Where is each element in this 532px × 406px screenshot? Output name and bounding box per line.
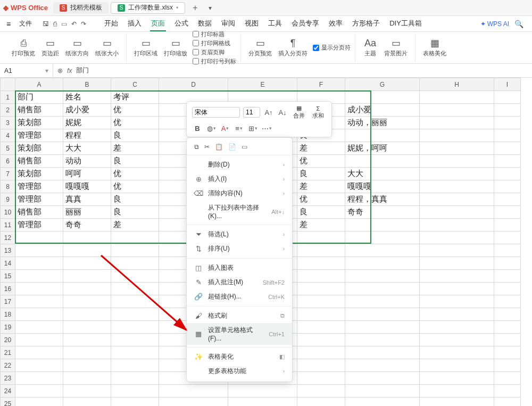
row-header-23[interactable]: 23 xyxy=(1,372,15,385)
ribbon-check-打印标题[interactable]: 打印标题 xyxy=(193,30,236,38)
cell-B18[interactable] xyxy=(63,308,111,321)
cell-G3[interactable]: 动动，丽丽 xyxy=(345,117,420,129)
cell-C2[interactable]: 优 xyxy=(111,104,159,117)
cell-G12[interactable] xyxy=(345,231,420,244)
cell-F13[interactable] xyxy=(297,244,345,257)
tab-member[interactable]: 会员专享 xyxy=(290,16,320,31)
cell-I21[interactable] xyxy=(494,346,521,359)
checkbox[interactable] xyxy=(193,49,199,55)
preview-icon[interactable]: ▭ xyxy=(61,20,67,28)
cell-C12[interactable] xyxy=(111,231,159,244)
tab-view[interactable]: 视图 xyxy=(244,16,260,31)
cell-A22[interactable] xyxy=(15,359,63,372)
cell-F21[interactable] xyxy=(297,346,345,359)
cell-G16[interactable] xyxy=(345,283,420,295)
cell-G5[interactable]: 妮妮，呵呵 xyxy=(345,142,420,155)
cell-B3[interactable]: 妮妮 xyxy=(63,117,111,129)
row-header-11[interactable]: 11 xyxy=(1,219,15,231)
cell-G21[interactable] xyxy=(345,346,420,359)
cell-B14[interactable] xyxy=(63,257,111,270)
cell-B12[interactable] xyxy=(63,231,111,244)
cell-F5[interactable]: 差 xyxy=(297,142,345,155)
undo-icon[interactable]: ↶ xyxy=(71,20,77,28)
cell-F19[interactable] xyxy=(297,321,345,334)
cell-A5[interactable]: 策划部 xyxy=(15,142,63,155)
cell-F7[interactable]: 良 xyxy=(297,168,345,180)
cell-H8[interactable] xyxy=(420,180,494,193)
ribbon-check-打印网格线[interactable]: 打印网格线 xyxy=(193,39,236,47)
checkbox[interactable] xyxy=(193,58,199,64)
font-size-input[interactable] xyxy=(243,107,260,118)
cell-B21[interactable] xyxy=(63,346,111,359)
cell-A20[interactable] xyxy=(15,334,63,346)
cell-G24[interactable] xyxy=(345,385,420,397)
cell-C1[interactable]: 考评 xyxy=(111,91,159,104)
cell-F8[interactable]: 差 xyxy=(297,180,345,193)
row-header-10[interactable]: 10 xyxy=(1,206,15,219)
cut-icon[interactable]: ✂ xyxy=(204,143,210,151)
row-header-7[interactable]: 7 xyxy=(1,168,15,180)
cell-C6[interactable]: 良 xyxy=(111,155,159,168)
col-header-G[interactable]: G xyxy=(345,78,420,91)
doc-tab-workbook[interactable]: S 工作簿数量.xlsx • xyxy=(111,2,185,14)
row-header-16[interactable]: 16 xyxy=(1,283,15,295)
cell-C13[interactable] xyxy=(111,244,159,257)
rb-g1-3[interactable]: ▭纸张大小 xyxy=(92,37,122,59)
cell-I25[interactable] xyxy=(494,397,521,407)
cell-H7[interactable] xyxy=(420,168,494,180)
cell-E24[interactable] xyxy=(228,385,297,397)
row-header-22[interactable]: 22 xyxy=(1,359,15,372)
cell-G15[interactable] xyxy=(345,270,420,283)
ribbon-check-页眉页脚[interactable]: 页眉页脚 xyxy=(193,48,236,56)
row-header-20[interactable]: 20 xyxy=(1,334,15,346)
cell-A25[interactable] xyxy=(15,397,63,407)
row-header-2[interactable]: 2 xyxy=(1,104,15,117)
cell-H11[interactable] xyxy=(420,219,494,231)
ctx-painter[interactable]: 🖌格式刷⧉ xyxy=(187,309,292,323)
cell-G4[interactable] xyxy=(345,129,420,142)
print-icon[interactable]: ⎙ xyxy=(53,20,57,28)
cell-F10[interactable]: 良 xyxy=(297,206,345,219)
row-header-1[interactable]: 1 xyxy=(1,91,15,104)
cell-F20[interactable] xyxy=(297,334,345,346)
cell-H9[interactable] xyxy=(420,193,494,206)
cell-I11[interactable] xyxy=(494,219,521,231)
cell-D25[interactable] xyxy=(159,397,228,407)
cell-C14[interactable] xyxy=(111,257,159,270)
copy-icon[interactable]: ⧉ xyxy=(194,143,199,151)
cell-I23[interactable] xyxy=(494,372,521,385)
rb-g5-0[interactable]: ▦表格美化 xyxy=(420,37,450,59)
row-header-8[interactable]: 8 xyxy=(1,180,15,193)
cell-G18[interactable] xyxy=(345,308,420,321)
cell-G1[interactable] xyxy=(345,91,420,104)
cell-F16[interactable] xyxy=(297,283,345,295)
row-header-15[interactable]: 15 xyxy=(1,270,15,283)
cell-F25[interactable] xyxy=(297,397,345,407)
doc-tab-template[interactable]: S 找稻壳模板 xyxy=(53,2,109,14)
fill-color-button[interactable]: ◍ xyxy=(206,123,217,134)
checkbox[interactable] xyxy=(193,31,199,37)
cell-F15[interactable] xyxy=(297,270,345,283)
cell-F24[interactable] xyxy=(297,385,345,397)
cell-F9[interactable]: 优 xyxy=(297,193,345,206)
cell-G17[interactable] xyxy=(345,295,420,308)
ctx-delete[interactable]: 删除(D)› xyxy=(187,158,292,172)
tab-data[interactable]: 数据 xyxy=(197,16,213,31)
cell-A14[interactable] xyxy=(15,257,63,270)
cell-I22[interactable] xyxy=(494,359,521,372)
cell-B23[interactable] xyxy=(63,372,111,385)
cell-A2[interactable]: 销售部 xyxy=(15,104,63,117)
new-tab-button[interactable]: + xyxy=(187,3,203,13)
cell-I10[interactable] xyxy=(494,206,521,219)
cell-A8[interactable]: 管理部 xyxy=(15,180,63,193)
cell-G6[interactable] xyxy=(345,155,420,168)
cell-G25[interactable] xyxy=(345,397,420,407)
cell-G10[interactable]: 奇奇 xyxy=(345,206,420,219)
increase-font-icon[interactable]: A↑ xyxy=(263,107,274,118)
cell-A15[interactable] xyxy=(15,270,63,283)
rb-g2-0[interactable]: ▭打印区域 xyxy=(131,37,161,59)
cell-C9[interactable]: 良 xyxy=(111,193,159,206)
cell-B20[interactable] xyxy=(63,334,111,346)
cell-F23[interactable] xyxy=(297,372,345,385)
cell-C15[interactable] xyxy=(111,270,159,283)
